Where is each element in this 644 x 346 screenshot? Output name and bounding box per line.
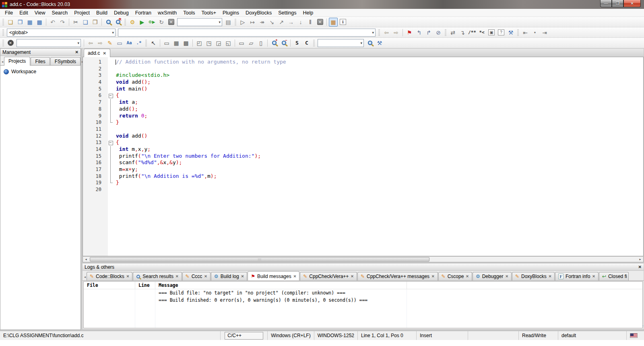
debug-continue-button[interactable]: ▷: [238, 18, 247, 27]
build-options-button[interactable]: ▤: [224, 18, 233, 27]
log-tab-code-blocks[interactable]: ✎Code::Blocks✕: [87, 272, 132, 280]
log-tab-doxyblocks[interactable]: ✎DoxyBlocks✕: [512, 272, 555, 280]
menu-item-project[interactable]: Project: [71, 9, 93, 17]
doxy-run-button[interactable]: ▣: [487, 28, 496, 37]
log-tab-cccc[interactable]: ✎Cccc✕: [182, 272, 211, 280]
wx-flex-sizer-button[interactable]: ▩: [182, 39, 190, 47]
close-tab-icon[interactable]: ✕: [241, 274, 244, 278]
incremental-search-combobox[interactable]: ▾: [17, 39, 81, 47]
fold-marker[interactable]: [105, 119, 114, 126]
jump-forward-button[interactable]: ⇨: [392, 28, 400, 37]
open-files-search-button[interactable]: [365, 39, 374, 47]
log-tab-cscope[interactable]: ✎Cscope✕: [438, 272, 472, 280]
build-target-combobox[interactable]: ▾: [177, 18, 222, 26]
close-tab-icon[interactable]: ✕: [126, 274, 130, 278]
log-tab-cppcheck-vera-messages[interactable]: ✎CppCheck/Vera++ messages✕: [357, 272, 438, 280]
match-case-button[interactable]: Aa: [125, 39, 134, 47]
close-tab-icon[interactable]: ✕: [592, 274, 595, 278]
swap-header-source-button[interactable]: ⇄: [448, 28, 457, 37]
previous-bookmark-button[interactable]: ↰: [415, 28, 423, 37]
doxy-line-comment-button[interactable]: *<: [477, 28, 486, 37]
menu-item-file[interactable]: File: [2, 9, 16, 17]
wx-align-bottom-button[interactable]: ◱: [224, 39, 233, 47]
log-tab-closed-fi[interactable]: ↩Closed fi✕: [599, 272, 629, 280]
symbol-scope-combobox[interactable]: <global>▾: [7, 29, 116, 37]
status-language[interactable]: C/C++: [220, 331, 267, 340]
log-tab-build-messages[interactable]: ⚑Build messages✕: [248, 271, 299, 280]
close-button[interactable]: ✕: [623, 0, 641, 7]
scrollbar-thumb[interactable]: ⁞⁞⁞: [90, 257, 429, 262]
logs-tab-scroll-left-icon[interactable]: ◂: [83, 275, 87, 280]
goto-flag-button[interactable]: ⚑: [405, 28, 414, 37]
wx-align-right-button[interactable]: ◲: [214, 39, 223, 47]
run-button[interactable]: ▶: [138, 18, 147, 27]
next-line-button[interactable]: ↠: [258, 18, 266, 27]
menu-item-build[interactable]: Build: [93, 9, 111, 17]
symbol-scope-dropdown-icon[interactable]: ▾: [109, 31, 114, 35]
close-tab-icon[interactable]: ✕: [204, 274, 207, 278]
fold-marker[interactable]: [105, 153, 114, 160]
jump-back-button[interactable]: ⇦: [382, 28, 391, 37]
wx-align-center-h-button[interactable]: ◳: [204, 39, 213, 47]
menu-item-help[interactable]: Help: [299, 9, 316, 17]
debugging-windows-button[interactable]: ▦: [329, 18, 338, 27]
menu-item-search[interactable]: Search: [49, 9, 71, 17]
goto-implementation-button[interactable]: ↴: [458, 28, 467, 37]
clear-bookmarks-button[interactable]: ⊘: [434, 28, 443, 37]
management-tab-files[interactable]: Files: [31, 57, 50, 65]
incremental-search-dropdown-icon[interactable]: ▾: [75, 41, 79, 45]
column-header-message[interactable]: Message: [155, 282, 407, 289]
cut-button[interactable]: ✂: [71, 18, 80, 27]
doxy-settings-button[interactable]: ⚒: [506, 28, 515, 37]
redo-button[interactable]: ↷: [58, 18, 67, 27]
close-tab-icon[interactable]: ✕: [175, 274, 179, 278]
wx-show-containers-button[interactable]: C: [302, 39, 311, 47]
close-tab-icon[interactable]: ✕: [466, 274, 469, 278]
break-debugger-button[interactable]: ‖: [306, 18, 315, 27]
wx-grid-sizer-button[interactable]: ▦: [172, 39, 181, 47]
fold-marker[interactable]: [105, 179, 114, 186]
wx-border-left-button[interactable]: ▭: [237, 39, 246, 47]
status-language-value[interactable]: C/C++: [225, 332, 263, 340]
management-tab-fsymbols[interactable]: FSymbols: [50, 57, 80, 65]
doxy-block-comment-button[interactable]: /**: [468, 28, 477, 37]
wx-show-sizers-button[interactable]: S: [293, 39, 301, 47]
scroll-right-icon[interactable]: ▸: [637, 257, 643, 261]
close-tab-icon[interactable]: ✕: [351, 274, 354, 278]
menu-item-settings[interactable]: Settings: [275, 9, 299, 17]
tools-settings-button[interactable]: ⚒: [375, 39, 384, 47]
log-tab-search-results[interactable]: Search results✕: [133, 272, 182, 280]
various-info-button[interactable]: ℹ: [339, 18, 347, 27]
editor-horizontal-scrollbar[interactable]: ◂ ⁞⁞⁞ ▸: [83, 256, 644, 262]
fold-marker[interactable]: [105, 106, 114, 113]
symbol-function-combobox[interactable]: ▾: [118, 29, 376, 37]
symbols-search-dropdown-icon[interactable]: ▾: [358, 41, 362, 45]
scroll-left-icon[interactable]: ◂: [83, 257, 89, 261]
symbols-search-combobox[interactable]: ▾: [318, 39, 364, 47]
logs-close-icon[interactable]: ✕: [638, 265, 642, 269]
save-all-button[interactable]: ▩: [35, 18, 44, 27]
maximize-button[interactable]: ❐: [612, 0, 623, 7]
menu-item-tools[interactable]: Tools+: [198, 9, 219, 17]
log-tab-cppcheck-vera[interactable]: ✎CppCheck/Vera++✕: [300, 272, 357, 280]
clear-search-button[interactable]: ✕: [6, 39, 15, 47]
fold-marker[interactable]: [105, 99, 114, 106]
open-file-button[interactable]: ❐: [16, 18, 25, 27]
rebuild-button[interactable]: ↻: [157, 18, 166, 27]
code-editor[interactable]: 1// Addition function with no arguments,…: [83, 57, 644, 256]
menu-item-view[interactable]: View: [31, 9, 49, 17]
selected-only-button[interactable]: ▭: [115, 39, 124, 47]
doxy-view-button[interactable]: ?: [497, 28, 506, 37]
search-prev-button[interactable]: ⇦: [86, 39, 95, 47]
close-tab-icon[interactable]: ✕: [549, 274, 552, 278]
minimize-button[interactable]: —: [600, 0, 612, 7]
wx-align-left-button[interactable]: ◰: [195, 39, 204, 47]
compile-button[interactable]: ⚙: [128, 18, 137, 27]
management-tab-scroll-left-icon[interactable]: ◂: [1, 60, 4, 65]
wx-zoom-in-button[interactable]: +: [270, 39, 279, 47]
close-tab-icon[interactable]: ✕: [431, 274, 435, 278]
browse-back-button[interactable]: ⇤: [521, 28, 530, 37]
close-tab-icon[interactable]: ✕: [505, 274, 508, 278]
tree-item-workspace[interactable]: Workspace: [0, 66, 80, 74]
browse-marker-button[interactable]: ●: [530, 28, 539, 37]
